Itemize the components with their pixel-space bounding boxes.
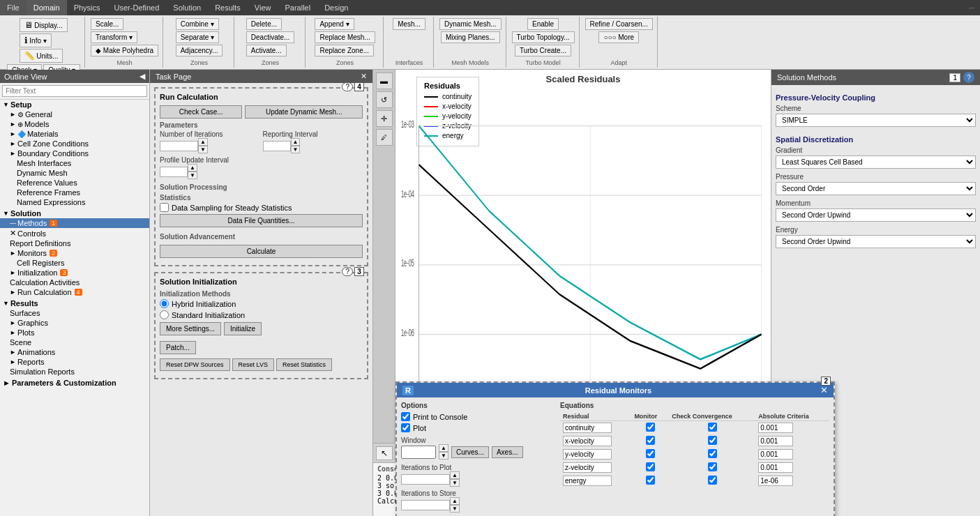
toolbar-delete-btn[interactable]: Delete... <box>246 18 282 30</box>
eq-zvel-monitor[interactable] <box>646 462 655 471</box>
sidebar-item-initialization[interactable]: ► Initialization 3 <box>0 268 149 278</box>
eq-zvel-check[interactable] <box>708 462 717 471</box>
profile-update-value[interactable]: 1 <box>160 167 188 177</box>
sidebar-item-cell-zone[interactable]: ► Cell Zone Conditions <box>0 139 149 149</box>
toolbar-info-btn[interactable]: ℹ Info ▾ <box>20 33 51 47</box>
hybrid-radio[interactable] <box>160 299 169 308</box>
plot-cb[interactable] <box>401 423 410 432</box>
toolbar-adjacency-btn[interactable]: Adjacency... <box>176 45 223 56</box>
sidebar-item-mesh-interfaces[interactable]: Mesh Interfaces <box>0 158 149 168</box>
eq-cont-name[interactable] <box>563 423 612 433</box>
sidebar-item-surfaces[interactable]: Surfaces <box>0 308 149 318</box>
check-case-btn[interactable]: Check Case... <box>160 105 242 119</box>
toolbar-more-btn[interactable]: ○○○ More <box>598 31 639 43</box>
reset-dpw-btn[interactable]: Reset DPW Sources <box>160 358 230 371</box>
toolbar-mixing-planes-btn[interactable]: Mixing Planes... <box>441 31 500 43</box>
toolbar-units-btn[interactable]: 📏 Units... <box>20 49 63 63</box>
toolbar-refine-btn[interactable]: Refine / Coarsen... <box>585 18 653 30</box>
axes-btn[interactable]: Axes... <box>492 446 523 458</box>
report-interval-down[interactable]: ▼ <box>291 146 301 153</box>
eq-xvel-check[interactable] <box>708 436 717 445</box>
window-down[interactable]: ▼ <box>439 452 448 460</box>
dialog-close-btn[interactable]: ✕ <box>820 385 828 395</box>
calculate-btn[interactable]: Calculate <box>160 245 363 258</box>
menu-domain[interactable]: Domain <box>27 0 67 15</box>
console-select-btn[interactable]: ↖ <box>376 446 393 460</box>
eq-yvel-criteria[interactable] <box>758 449 793 460</box>
num-iter-up[interactable]: ▲ <box>198 138 208 146</box>
sidebar-item-named-expr[interactable]: Named Expressions <box>0 197 149 207</box>
toolbar-deactivate-btn[interactable]: Deactivate... <box>246 31 295 43</box>
iter-to-store-value[interactable]: 1000 <box>401 500 450 510</box>
menu-view[interactable]: View <box>248 0 278 15</box>
data-file-btn[interactable]: Data File Quantities... <box>160 214 363 227</box>
sidebar-item-run-calc[interactable]: ► Run Calculation 4 <box>0 287 149 297</box>
iter-to-plot-value[interactable]: 1000 <box>401 474 450 485</box>
tool-rotate[interactable]: ↺ <box>376 91 393 108</box>
eq-cont-check[interactable] <box>708 423 717 432</box>
run-calc-help[interactable]: ? <box>342 82 353 91</box>
curves-btn[interactable]: Curves... <box>451 446 489 458</box>
window-up[interactable]: ▲ <box>439 444 448 452</box>
menu-user-defined[interactable]: User-Defined <box>107 0 167 15</box>
profile-update-up[interactable]: ▲ <box>188 164 197 172</box>
menu-physics[interactable]: Physics <box>67 0 107 15</box>
sidebar-item-boundary[interactable]: ► Boundary Conditions <box>0 149 149 158</box>
menu-results[interactable]: Results <box>208 0 248 15</box>
sidebar-item-general[interactable]: ► ⚙ General <box>0 109 149 119</box>
sidebar-item-reports[interactable]: ► Reports <box>0 357 149 367</box>
sidebar-item-scene[interactable]: Scene <box>0 337 149 347</box>
eq-energy-name[interactable] <box>563 476 612 486</box>
toolbar-display-btn[interactable]: 🖥 Display... <box>20 18 67 32</box>
eq-yvel-check[interactable] <box>708 449 717 458</box>
num-iter-value[interactable]: 500 <box>160 141 198 151</box>
sidebar-item-methods[interactable]: — Methods 1 <box>0 218 149 228</box>
menu-file[interactable]: File <box>0 0 27 15</box>
eq-cont-monitor[interactable] <box>646 423 655 432</box>
sidebar-item-animations[interactable]: ► Animations <box>0 347 149 357</box>
iter-to-plot-down[interactable]: ▼ <box>450 479 460 487</box>
sidebar-item-ref-values[interactable]: Reference Values <box>0 178 149 188</box>
data-sampling-checkbox[interactable] <box>160 203 169 212</box>
sidebar-item-sim-reports[interactable]: Simulation Reports <box>0 367 149 377</box>
toolbar-separate-btn[interactable]: Separate ▾ <box>176 31 219 43</box>
energy-select[interactable]: Second Order Upwind First Order Upwind <box>776 235 976 248</box>
init-help[interactable]: ? <box>342 267 353 276</box>
patch-btn[interactable]: Patch... <box>160 341 196 354</box>
menu-solution[interactable]: Solution <box>166 0 208 15</box>
toolbar-turbo-topology-btn[interactable]: Turbo Topology... <box>512 31 575 43</box>
eq-zvel-name[interactable] <box>563 462 612 473</box>
eq-energy-check[interactable] <box>708 476 717 485</box>
num-iter-down[interactable]: ▼ <box>198 146 208 153</box>
sidebar-item-calc-activities[interactable]: Calculation Activities <box>0 278 149 287</box>
eq-xvel-criteria[interactable] <box>758 436 793 446</box>
sidebar-item-monitors[interactable]: ► Monitors 2 <box>0 248 149 258</box>
momentum-select[interactable]: Second Order Upwind First Order Upwind <box>776 208 976 222</box>
sidebar-item-cell-registers[interactable]: Cell Registers <box>0 258 149 268</box>
toolbar-combine-btn[interactable]: Combine ▾ <box>176 18 219 30</box>
sidebar-item-ref-frames[interactable]: Reference Frames <box>0 188 149 197</box>
menu-design[interactable]: Design <box>317 0 355 15</box>
toolbar-dynamic-mesh-btn[interactable]: Dynamic Mesh... <box>439 18 501 30</box>
sidebar-item-models[interactable]: ► ⊕ Models <box>0 119 149 129</box>
reset-stats-btn[interactable]: Reset Statistics <box>276 358 332 371</box>
sidebar-item-results[interactable]: ▼ Results <box>0 298 149 308</box>
task-page-close[interactable]: ✕ <box>361 72 367 81</box>
sidebar-item-dynamic-mesh[interactable]: Dynamic Mesh <box>0 168 149 178</box>
print-console-cb[interactable] <box>401 412 410 421</box>
eq-zvel-criteria[interactable] <box>758 462 793 473</box>
iter-to-plot-up[interactable]: ▲ <box>450 471 460 479</box>
toolbar-activate-btn[interactable]: Activate... <box>246 45 287 56</box>
gradient-select[interactable]: Least Squares Cell Based Green-Gauss Cel… <box>776 155 976 169</box>
window-input[interactable]: 1 <box>401 446 436 459</box>
tool-brush[interactable]: 🖊 <box>376 129 393 146</box>
report-interval-value[interactable]: 1 <box>263 141 291 151</box>
eq-energy-criteria[interactable] <box>758 476 793 486</box>
toolbar-polyhedra-btn[interactable]: ◆ Make Polyhedra <box>91 45 158 56</box>
menu-parallel[interactable]: Parallel <box>278 0 317 15</box>
tool-select[interactable]: ▬ <box>376 73 393 89</box>
toolbar-enable-btn[interactable]: Enable <box>527 18 559 30</box>
sidebar-item-solution[interactable]: ▼ Solution <box>0 208 149 218</box>
iter-to-store-down[interactable]: ▼ <box>450 505 460 513</box>
sidebar-item-graphics[interactable]: ► Graphics <box>0 318 149 328</box>
